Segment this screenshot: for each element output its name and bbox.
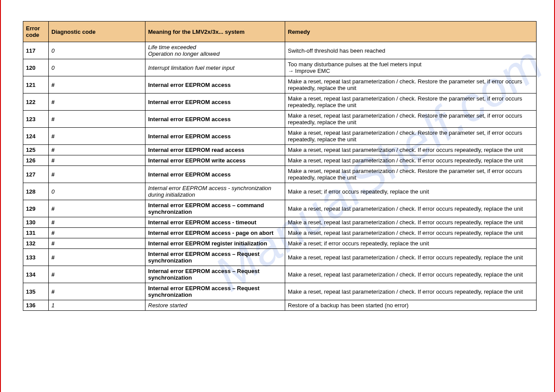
header-error-code: Error code — [23, 22, 49, 42]
cell-diagnostic-code: # — [49, 145, 145, 155]
cell-remedy: Make a reset; if error occurs repeatedly… — [285, 238, 537, 249]
table-row: 127#Internal error EEPROM accessMake a r… — [23, 166, 537, 183]
header-remedy: Remedy — [285, 22, 537, 42]
cell-diagnostic-code: # — [49, 166, 145, 183]
cell-remedy: Make a reset; if error occurs repeatedly… — [285, 183, 537, 200]
cell-diagnostic-code: # — [49, 283, 145, 300]
cell-error-code: 131 — [23, 228, 49, 238]
cell-meaning: Internal error EEPROM access — [145, 111, 285, 128]
cell-diagnostic-code: # — [49, 94, 145, 111]
table-header-row: Error code Diagnostic code Meaning for t… — [23, 22, 537, 42]
cell-remedy: Make a reset, repeat last parameterizati… — [285, 283, 537, 300]
cell-diagnostic-code: # — [49, 266, 145, 283]
cell-remedy: Make a reset, repeat last parameterizati… — [285, 217, 537, 228]
cell-meaning: Internal error EEPROM access — [145, 94, 285, 111]
table-row: 125#Internal error EEPROM read accessMak… — [23, 145, 537, 155]
cell-diagnostic-code: 0 — [49, 183, 145, 200]
cell-meaning: Internal error EEPROM access — [145, 76, 285, 94]
header-meaning: Meaning for the LMV2x/3x... system — [145, 22, 285, 42]
cell-error-code: 135 — [23, 283, 49, 300]
cell-remedy: Restore of a backup has been started (no… — [285, 300, 537, 311]
table-row: 131#Internal error EEPROM access - page … — [23, 228, 537, 238]
cell-diagnostic-code: # — [49, 200, 145, 217]
cell-meaning: Internal error EEPROM access - synchroni… — [145, 183, 285, 200]
table-row: 123#Internal error EEPROM accessMake a r… — [23, 111, 537, 128]
cell-remedy: Switch-off threshold has been reached — [285, 42, 537, 59]
cell-remedy: Make a reset, repeat last parameterizati… — [285, 249, 537, 266]
cell-diagnostic-code: # — [49, 238, 145, 249]
table-row: 1170Life time exceededOperation no longe… — [23, 42, 537, 59]
table-row: 1200Interrupt limitation fuel meter inpu… — [23, 59, 537, 76]
document-page: ManualShelf.com Error code Diagnostic co… — [0, 0, 555, 392]
cell-meaning: Internal error EEPROM access – command s… — [145, 200, 285, 217]
cell-meaning: Interrupt limitation fuel meter input — [145, 59, 285, 76]
cell-diagnostic-code: 0 — [49, 59, 145, 76]
cell-meaning: Internal error EEPROM access – Request s… — [145, 266, 285, 283]
cell-remedy: Make a reset, repeat last parameterizati… — [285, 145, 537, 155]
cell-diagnostic-code: # — [49, 76, 145, 94]
cell-remedy: Make a reset, repeat last parameterizati… — [285, 94, 537, 111]
cell-meaning: Internal error EEPROM access - page on a… — [145, 228, 285, 238]
cell-remedy: Too many disturbance pulses at the fuel … — [285, 59, 537, 76]
cell-meaning: Internal error EEPROM write access — [145, 155, 285, 166]
cell-remedy: Make a reset, repeat last parameterizati… — [285, 128, 537, 145]
cell-error-code: 130 — [23, 217, 49, 228]
cell-remedy: Make a reset, repeat last parameterizati… — [285, 111, 537, 128]
cell-error-code: 121 — [23, 76, 49, 94]
cell-error-code: 129 — [23, 200, 49, 217]
table-row: 134#Internal error EEPROM access – Reque… — [23, 266, 537, 283]
cell-meaning: Internal error EEPROM read access — [145, 145, 285, 155]
table-row: 135#Internal error EEPROM access – Reque… — [23, 283, 537, 300]
cell-error-code: 136 — [23, 300, 49, 311]
cell-meaning: Internal error EEPROM access — [145, 128, 285, 145]
cell-diagnostic-code: # — [49, 111, 145, 128]
table-row: 133#Internal error EEPROM access – Reque… — [23, 249, 537, 266]
table-row: 124#Internal error EEPROM accessMake a r… — [23, 128, 537, 145]
cell-diagnostic-code: # — [49, 128, 145, 145]
cell-error-code: 117 — [23, 42, 49, 59]
cell-remedy: Make a reset, repeat last parameterizati… — [285, 228, 537, 238]
table-row: 126#Internal error EEPROM write accessMa… — [23, 155, 537, 166]
cell-error-code: 125 — [23, 145, 49, 155]
cell-remedy: Make a reset, repeat last parameterizati… — [285, 266, 537, 283]
table-row: 1361Restore startedRestore of a backup h… — [23, 300, 537, 311]
table-row: 121#Internal error EEPROM accessMake a r… — [23, 76, 537, 94]
cell-meaning: Internal error EEPROM access – Request s… — [145, 249, 285, 266]
header-diagnostic-code: Diagnostic code — [49, 22, 145, 42]
cell-error-code: 120 — [23, 59, 49, 76]
cell-diagnostic-code: # — [49, 217, 145, 228]
cell-meaning: Restore started — [145, 300, 285, 311]
cell-diagnostic-code: 0 — [49, 42, 145, 59]
cell-diagnostic-code: 1 — [49, 300, 145, 311]
cell-error-code: 126 — [23, 155, 49, 166]
table-row: 122#Internal error EEPROM accessMake a r… — [23, 94, 537, 111]
cell-error-code: 122 — [23, 94, 49, 111]
cell-diagnostic-code: # — [49, 249, 145, 266]
table-row: 130#Internal error EEPROM access - timeo… — [23, 217, 537, 228]
cell-meaning: Internal error EEPROM register initializ… — [145, 238, 285, 249]
cell-meaning: Internal error EEPROM access - timeout — [145, 217, 285, 228]
cell-error-code: 133 — [23, 249, 49, 266]
cell-error-code: 132 — [23, 238, 49, 249]
table-row: 1280Internal error EEPROM access - synch… — [23, 183, 537, 200]
cell-remedy: Make a reset, repeat last parameterizati… — [285, 166, 537, 183]
cell-remedy: Make a reset, repeat last parameterizati… — [285, 76, 537, 94]
cell-remedy: Make a reset, repeat last parameterizati… — [285, 200, 537, 217]
error-code-table: Error code Diagnostic code Meaning for t… — [23, 21, 537, 311]
cell-diagnostic-code: # — [49, 155, 145, 166]
cell-diagnostic-code: # — [49, 228, 145, 238]
cell-meaning: Internal error EEPROM access — [145, 166, 285, 183]
cell-error-code: 128 — [23, 183, 49, 200]
cell-error-code: 123 — [23, 111, 49, 128]
cell-error-code: 124 — [23, 128, 49, 145]
cell-meaning: Internal error EEPROM access – Request s… — [145, 283, 285, 300]
table-row: 132#Internal error EEPROM register initi… — [23, 238, 537, 249]
cell-meaning: Life time exceededOperation no longer al… — [145, 42, 285, 59]
table-row: 129#Internal error EEPROM access – comma… — [23, 200, 537, 217]
cell-remedy: Make a reset, repeat last parameterizati… — [285, 155, 537, 166]
cell-error-code: 127 — [23, 166, 49, 183]
cell-error-code: 134 — [23, 266, 49, 283]
